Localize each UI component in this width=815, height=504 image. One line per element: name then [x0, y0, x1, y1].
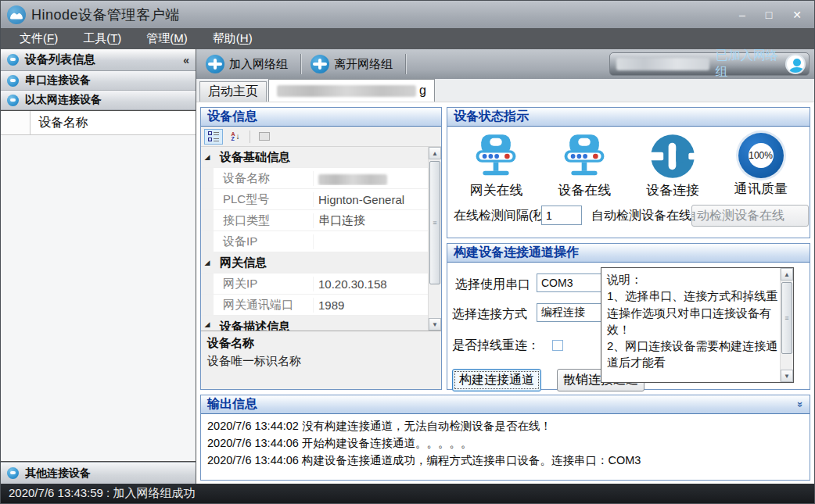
scroll-down-icon[interactable]: ▼	[781, 370, 793, 382]
device-list-body[interactable]	[1, 135, 196, 461]
reconnect-label: 是否掉线重连：	[452, 338, 540, 354]
alphabetical-sort-button[interactable]: AZ ↓	[226, 129, 245, 145]
sidebar: 设备列表信息 « 串口连接设备 以太网连接设备 设备名称 其他连接设备	[1, 49, 196, 484]
leave-network-group-button[interactable]: 离开网络组	[306, 52, 400, 77]
menu-file[interactable]: 文件(F)	[9, 29, 69, 48]
connect-mode-label: 选择连接方式	[452, 306, 527, 323]
property-group-description[interactable]: ◢ 设备描述信息	[201, 316, 428, 331]
status-bar-text: 2020/7/6 13:43:59 : 加入网络组成功	[9, 486, 195, 501]
sidebar-item-ethernet-devices[interactable]: 以太网连接设备	[1, 91, 196, 110]
redacted-user-info	[616, 58, 709, 70]
property-row-device-name[interactable]: 设备名称	[201, 168, 428, 189]
tab-home[interactable]: 启动主页	[199, 81, 267, 102]
device-online-icon	[560, 133, 609, 180]
output-panel: 输出信息 » 2020/7/6 13:44:02 没有构建连接通道，无法自动检测…	[200, 395, 810, 481]
detect-interval-row: 在线检测间隔(秒 自动检测设备在线 自动检测设备在线	[447, 204, 810, 229]
menu-tools[interactable]: 工具(T)	[72, 29, 132, 48]
sidebar-item-serial-devices[interactable]: 串口连接设备	[1, 71, 196, 91]
auto-detect-label: 自动检测设备在线	[591, 208, 691, 224]
scrollbar-thumb[interactable]: ≡	[429, 161, 440, 284]
sidebar-collapse-icon[interactable]: «	[183, 54, 189, 66]
serial-device-icon	[7, 75, 19, 87]
menu-manage[interactable]: 管理(M)	[135, 29, 199, 48]
menu-help[interactable]: 帮助(H)	[202, 29, 264, 48]
description-text: 设备唯一标识名称	[207, 354, 435, 369]
description-title: 设备名称	[207, 336, 435, 351]
property-group-gateway[interactable]: ◢ 网关信息	[201, 252, 428, 273]
scroll-down-icon[interactable]: ▼	[429, 318, 441, 331]
auto-detect-button[interactable]: 自动检测设备在线	[691, 205, 809, 227]
expand-arrow-icon: ◢	[205, 153, 210, 161]
panel-title: 设备状态指示	[454, 109, 529, 125]
device-list-icon	[7, 54, 19, 66]
channel-operations-panel: 构建设备连接通道操作 选择使用串口 COM3 ▼ 选择连接方式 编	[447, 243, 810, 390]
title-bar: Hinode设备管理客户端 – □ ✕	[1, 1, 814, 28]
output-log[interactable]: 2020/7/6 13:44:02 没有构建连接通道，无法自动检测设备是否在线！…	[201, 414, 810, 480]
content-area: 设备信息 + + AZ ↓	[196, 102, 814, 484]
property-row-plc-model[interactable]: PLC型号 Hignton-General	[201, 189, 428, 210]
sidebar-item-other-devices[interactable]: 其他连接设备	[1, 462, 196, 484]
status-bar: 2020/7/6 13:43:59 : 加入网络组成功	[1, 484, 814, 503]
scrollbar-thumb[interactable]: ≡	[781, 282, 792, 354]
categorized-view-button[interactable]: + +	[204, 129, 223, 145]
property-row-device-ip[interactable]: 设备IP	[201, 231, 428, 252]
minimize-button[interactable]: –	[739, 9, 745, 20]
property-pages-button[interactable]	[255, 129, 274, 145]
indicator-device-online: 设备在线	[541, 133, 627, 199]
indicator-device-connected: 设备连接	[630, 133, 716, 199]
toolbar-separator	[250, 130, 250, 143]
channel-panel-body: 选择使用串口 COM3 ▼ 选择连接方式 编程连接 ▼	[447, 263, 810, 389]
device-info-panel: 设备信息 + + AZ ↓	[200, 107, 442, 390]
redacted-tab-title	[277, 85, 416, 97]
toolbar-separator	[300, 54, 301, 74]
reconnect-checkbox[interactable]	[552, 340, 563, 351]
tab-strip: 启动主页 g	[196, 79, 814, 102]
instructions-scrollbar[interactable]: ▲ ≡ ▼	[780, 268, 793, 382]
device-list-corner-cell	[1, 111, 31, 134]
leave-network-icon	[311, 55, 329, 73]
tab-device-active[interactable]: g	[268, 79, 435, 102]
maximize-button[interactable]: □	[766, 9, 772, 20]
gateway-online-icon	[472, 133, 520, 180]
window-title: Hinode设备管理客户端	[31, 5, 180, 24]
device-list-table: 设备名称	[1, 110, 196, 462]
expand-arrow-icon: ◢	[205, 259, 210, 266]
build-channel-button[interactable]: 构建连接通道	[452, 369, 541, 391]
property-row-interface-type[interactable]: 接口类型 串口连接	[201, 210, 428, 231]
indicator-gateway-online: 网关在线	[453, 133, 539, 199]
interval-label: 在线检测间隔(秒	[454, 208, 546, 224]
sidebar-header-device-list[interactable]: 设备列表信息 «	[1, 49, 196, 71]
channel-panel-header: 构建设备连接通道操作	[447, 244, 810, 263]
property-pages-icon	[259, 132, 270, 141]
quality-gauge-icon: 100%	[738, 133, 784, 178]
property-group-basic[interactable]: ◢ 设备基础信息	[201, 147, 428, 168]
redacted-device-name	[318, 174, 387, 185]
app-window: Hinode设备管理客户端 – □ ✕ 文件(F) 工具(T) 管理(M) 帮助…	[0, 0, 815, 504]
property-row-gateway-ip[interactable]: 网关IP 10.20.30.158	[201, 273, 428, 295]
panel-title: 设备信息	[207, 109, 257, 125]
other-device-icon	[7, 467, 19, 479]
user-avatar-icon[interactable]	[785, 54, 806, 74]
property-grid: ◢ 设备基础信息 设备名称 PLC型号	[201, 147, 441, 331]
indicator-comm-quality: 100% 通讯质量	[718, 133, 804, 199]
property-grid-scrollbar[interactable]: ▲ ≡ ▼	[428, 147, 441, 331]
device-connect-icon	[649, 133, 696, 180]
scroll-up-icon[interactable]: ▲	[429, 147, 441, 159]
network-status-badge: 已加入网络组	[609, 52, 810, 76]
sidebar-item-label: 串口连接设备	[25, 73, 91, 88]
expand-arrow-icon: ◢	[205, 320, 210, 328]
close-button[interactable]: ✕	[792, 9, 802, 20]
log-line: 2020/7/6 13:44:06 开始构建设备连接通道。。。。。	[207, 435, 803, 452]
interval-input[interactable]	[541, 206, 582, 225]
menu-bar: 文件(F) 工具(T) 管理(M) 帮助(H)	[1, 28, 814, 49]
device-status-header: 设备状态指示	[447, 108, 810, 127]
serial-port-label: 选择使用串口	[455, 277, 530, 293]
join-network-group-button[interactable]: 加入网络组	[201, 52, 296, 77]
scroll-up-icon[interactable]: ▲	[781, 268, 793, 281]
sidebar-header-label: 设备列表信息	[25, 52, 95, 67]
window-controls: – □ ✕	[739, 9, 808, 20]
property-description-box: 设备名称 设备唯一标识名称	[201, 331, 441, 389]
property-row-gateway-port[interactable]: 网关通讯端口 1989	[201, 295, 428, 316]
collapse-chevron-icon[interactable]: »	[795, 402, 806, 407]
device-name-column-header[interactable]: 设备名称	[31, 111, 88, 134]
